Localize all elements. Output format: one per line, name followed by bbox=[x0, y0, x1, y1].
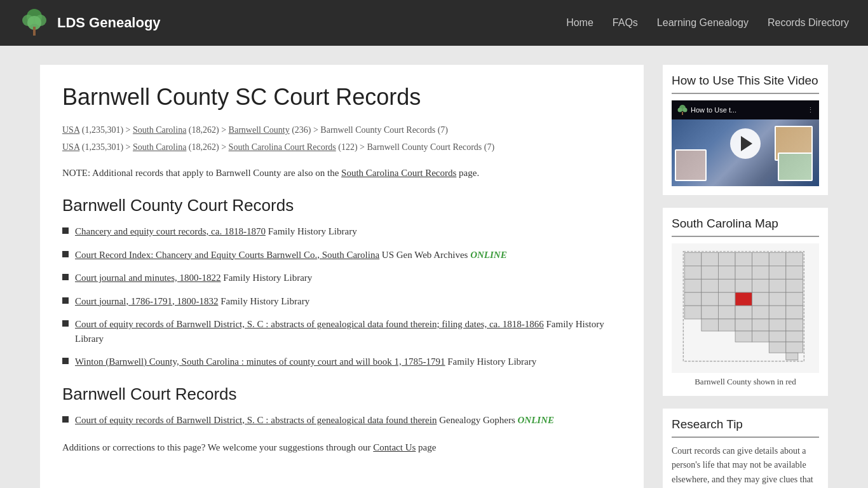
nav-faqs[interactable]: FAQs bbox=[613, 17, 638, 29]
bullet-icon bbox=[62, 297, 69, 304]
svg-rect-20 bbox=[752, 266, 770, 279]
content-wrapper: Barnwell County SC Court Records USA (1,… bbox=[27, 46, 841, 488]
breadcrumb-sc-court[interactable]: South Carolina Court Records bbox=[229, 142, 336, 152]
breadcrumb-2: USA (1,235,301) > South Carolina (18,262… bbox=[62, 140, 621, 154]
list-item: Court of equity records of Barnwell Dist… bbox=[62, 317, 621, 346]
svg-rect-22 bbox=[786, 266, 803, 279]
svg-rect-30 bbox=[684, 292, 702, 306]
svg-rect-42 bbox=[769, 306, 786, 319]
nav-home[interactable]: Home bbox=[566, 17, 593, 29]
svg-rect-25 bbox=[718, 279, 735, 292]
map-section: South Carolina Map bbox=[663, 208, 828, 396]
svg-rect-27 bbox=[752, 279, 770, 292]
list-item: Court of equity records of Barnwell Dist… bbox=[62, 413, 621, 428]
svg-rect-32 bbox=[718, 292, 735, 306]
breadcrumb-sc-1[interactable]: South Carolina bbox=[133, 125, 186, 135]
record-link-6[interactable]: Winton (Barnwell) County, South Carolina… bbox=[75, 356, 445, 367]
research-tip-title: Research Tip bbox=[672, 417, 819, 438]
online-badge-2: ONLINE bbox=[517, 415, 554, 425]
svg-rect-34 bbox=[752, 292, 770, 306]
svg-rect-36 bbox=[786, 292, 803, 306]
svg-rect-21 bbox=[769, 266, 786, 279]
list-item: Court Record Index: Chancery and Equity … bbox=[62, 248, 621, 262]
svg-rect-26 bbox=[735, 279, 752, 292]
online-badge: ONLINE bbox=[470, 250, 507, 260]
svg-rect-19 bbox=[735, 266, 752, 279]
breadcrumb-sc-2[interactable]: South Carolina bbox=[133, 142, 186, 152]
nav-records-directory[interactable]: Records Directory bbox=[768, 17, 849, 29]
svg-rect-10 bbox=[702, 253, 719, 266]
bullet-icon bbox=[62, 274, 69, 280]
section1-records-list: Chancery and equity court records, ca. 1… bbox=[62, 224, 621, 369]
contact-us-link[interactable]: Contact Us bbox=[373, 442, 416, 452]
map-section-title: South Carolina Map bbox=[672, 217, 819, 237]
sidebar: How to Use This Site Video How to bbox=[663, 65, 828, 488]
svg-rect-46 bbox=[735, 319, 752, 331]
svg-rect-9 bbox=[684, 253, 702, 266]
svg-rect-31 bbox=[702, 292, 719, 306]
breadcrumb-usa-2[interactable]: USA bbox=[62, 142, 79, 152]
svg-rect-23 bbox=[684, 279, 702, 292]
svg-rect-18 bbox=[718, 266, 735, 279]
main-content: Barnwell County SC Court Records USA (1,… bbox=[40, 65, 644, 488]
additional-records-note: NOTE: Additional records that apply to B… bbox=[62, 165, 621, 180]
additions-text: Additions or corrections to this page? W… bbox=[62, 440, 621, 455]
svg-point-7 bbox=[683, 108, 688, 112]
breadcrumb-1: USA (1,235,301) > South Carolina (18,262… bbox=[62, 123, 621, 137]
breadcrumb-usa-1[interactable]: USA bbox=[62, 125, 79, 135]
sc-map-svg bbox=[675, 247, 821, 367]
svg-rect-12 bbox=[735, 253, 752, 266]
svg-rect-53 bbox=[786, 331, 803, 342]
svg-point-6 bbox=[678, 108, 682, 112]
svg-rect-24 bbox=[702, 279, 719, 292]
video-tree-icon bbox=[677, 104, 688, 116]
video-section-title: How to Use This Site Video bbox=[672, 74, 819, 94]
video-photo-3 bbox=[675, 149, 707, 181]
svg-rect-4 bbox=[33, 27, 36, 36]
svg-rect-51 bbox=[752, 331, 770, 342]
svg-rect-54 bbox=[769, 342, 786, 353]
map-caption: Barnwell County shown in red bbox=[672, 377, 819, 387]
page-title: Barnwell County SC Court Records bbox=[62, 84, 621, 111]
svg-rect-17 bbox=[702, 266, 719, 279]
logo-tree-icon bbox=[19, 8, 50, 38]
svg-rect-8 bbox=[682, 112, 683, 115]
bullet-icon bbox=[62, 320, 69, 327]
list-item: Court journal and minutes, 1800-1822 Fam… bbox=[62, 271, 621, 285]
logo-area[interactable]: LDS Genealogy bbox=[19, 8, 161, 38]
record-link-3[interactable]: Court journal and minutes, 1800-1822 bbox=[75, 273, 221, 283]
main-nav: Home FAQs Learning Genealogy Records Dir… bbox=[566, 17, 849, 29]
svg-rect-13 bbox=[752, 253, 770, 266]
svg-rect-43 bbox=[786, 306, 803, 319]
svg-rect-49 bbox=[786, 319, 803, 331]
video-photo-2 bbox=[778, 152, 813, 181]
section1-title: Barnwell County Court Records bbox=[62, 196, 621, 215]
record-link-2[interactable]: Court Record Index: Chancery and Equity … bbox=[75, 250, 379, 260]
video-play-button[interactable] bbox=[730, 128, 761, 159]
svg-rect-40 bbox=[735, 306, 752, 319]
video-thumbnail[interactable]: How to Use t... ⋮ bbox=[672, 100, 819, 186]
research-tip-section: Research Tip Court records can give deta… bbox=[663, 409, 828, 488]
svg-rect-55 bbox=[786, 342, 803, 353]
svg-rect-11 bbox=[718, 253, 735, 266]
nav-learning-genealogy[interactable]: Learning Genealogy bbox=[657, 17, 749, 29]
record-link-4[interactable]: Court journal, 1786-1791, 1800-1832 bbox=[75, 296, 218, 306]
svg-rect-47 bbox=[752, 319, 770, 331]
record-link-7[interactable]: Court of equity records of Barnwell Dist… bbox=[75, 415, 437, 425]
record-link-5[interactable]: Court of equity records of Barnwell Dist… bbox=[75, 319, 544, 329]
list-item: Chancery and equity court records, ca. 1… bbox=[62, 224, 621, 239]
header: LDS Genealogy Home FAQs Learning Genealo… bbox=[0, 0, 868, 46]
logo-text: LDS Genealogy bbox=[57, 15, 161, 31]
svg-rect-35 bbox=[769, 292, 786, 306]
sc-court-records-link[interactable]: South Carolina Court Records bbox=[341, 168, 456, 178]
bullet-icon bbox=[62, 227, 69, 234]
svg-rect-52 bbox=[769, 331, 786, 342]
breadcrumb-barnwell[interactable]: Barnwell County bbox=[229, 125, 290, 135]
svg-rect-37 bbox=[684, 306, 702, 319]
svg-rect-28 bbox=[769, 279, 786, 292]
record-link-1[interactable]: Chancery and equity court records, ca. 1… bbox=[75, 226, 266, 236]
svg-rect-41 bbox=[752, 306, 770, 319]
video-label: How to Use t... bbox=[691, 106, 736, 114]
svg-rect-33 bbox=[735, 292, 752, 306]
svg-rect-14 bbox=[769, 253, 786, 266]
